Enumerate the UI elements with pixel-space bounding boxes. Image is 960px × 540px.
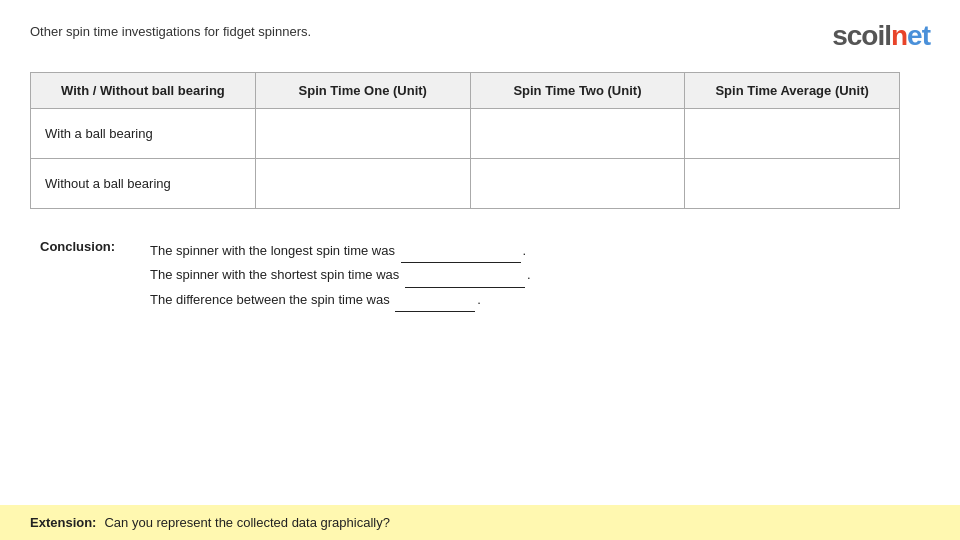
extension-text: Can you represent the collected data gra… <box>104 515 389 530</box>
blank-difference <box>395 288 475 312</box>
col-header-0: With / Without ball bearing <box>31 73 256 109</box>
table-row: With a ball bearing <box>31 109 900 159</box>
header: Other spin time investigations for fidge… <box>30 20 930 52</box>
conclusion-line-2: The difference between the spin time was… <box>150 288 531 312</box>
conclusion-line-1: The spinner with the shortest spin time … <box>150 263 531 287</box>
extension-section: Extension: Can you represent the collect… <box>0 505 960 540</box>
col-header-2: Spin Time Two (Unit) <box>470 73 685 109</box>
cell-0-2 <box>470 109 685 159</box>
table-header-row: With / Without ball bearing Spin Time On… <box>31 73 900 109</box>
blank-shortest <box>405 263 525 287</box>
page-subtitle: Other spin time investigations for fidge… <box>30 24 311 39</box>
col-header-3: Spin Time Average (Unit) <box>685 73 900 109</box>
extension-label: Extension: <box>30 515 96 530</box>
row-label-0: With a ball bearing <box>31 109 256 159</box>
table-row: Without a ball bearing <box>31 159 900 209</box>
blank-longest <box>401 239 521 263</box>
conclusion-line-0: The spinner with the longest spin time w… <box>150 239 531 263</box>
cell-1-2 <box>470 159 685 209</box>
cell-1-3 <box>685 159 900 209</box>
col-header-1: Spin Time One (Unit) <box>255 73 470 109</box>
conclusion-lines: The spinner with the longest spin time w… <box>150 239 531 312</box>
page: Other spin time investigations for fidge… <box>0 0 960 540</box>
logo: scoilnet <box>832 20 930 52</box>
table-wrapper: With / Without ball bearing Spin Time On… <box>30 72 930 209</box>
data-table: With / Without ball bearing Spin Time On… <box>30 72 900 209</box>
conclusion-section: Conclusion: The spinner with the longest… <box>40 239 930 312</box>
cell-0-3 <box>685 109 900 159</box>
cell-1-1 <box>255 159 470 209</box>
logo-scoil: scoil <box>832 20 891 52</box>
logo-n: n <box>891 20 907 52</box>
logo-et: et <box>907 20 930 52</box>
conclusion-row: Conclusion: The spinner with the longest… <box>40 239 930 312</box>
cell-0-1 <box>255 109 470 159</box>
row-label-1: Without a ball bearing <box>31 159 256 209</box>
conclusion-label: Conclusion: <box>40 239 150 254</box>
